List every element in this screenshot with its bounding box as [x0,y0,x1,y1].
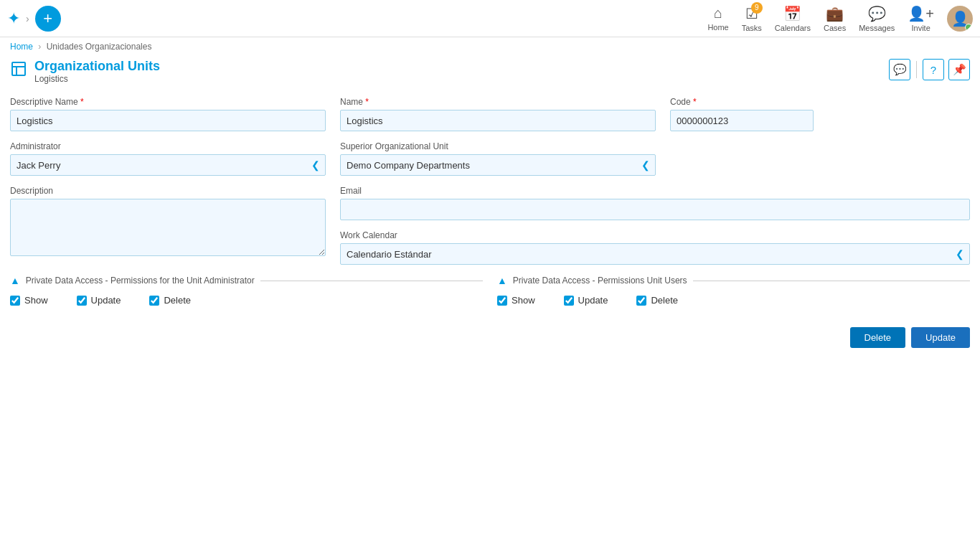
tasks-badge: 9 [751,2,763,14]
section1-checks: Show Update Delete [10,295,483,306]
app-logo-icon: ✦ [7,9,20,28]
header-right: 💬 ? 📌 [889,59,970,80]
cases-label: Cases [824,24,846,32]
page-title-block: Organizational Units Logistics [34,59,160,84]
messages-label: Messages [859,24,895,32]
calendars-label: Calendars [775,24,811,32]
section1-delete-check: Delete [149,295,191,306]
comment-button[interactable]: 💬 [889,59,910,80]
email-label: Email [340,186,970,196]
descriptive-name-group: Descriptive Name * [10,97,326,131]
section2-title: Private Data Access - Permissions Unit U… [513,276,687,286]
nav-home[interactable]: ⌂ Home [707,5,728,32]
description-input[interactable] [10,199,326,256]
cases-icon: 💼 [826,5,844,22]
section1-toggle-icon[interactable]: ▲ [10,275,20,286]
code-input[interactable] [670,110,814,131]
pin-button[interactable]: 📌 [948,59,970,80]
work-calendar-label: Work Calendar [340,230,970,240]
help-button[interactable]: ? [923,59,944,80]
section2-delete-check: Delete [636,295,678,306]
add-button[interactable]: + [35,6,61,32]
update-button[interactable]: Update [911,327,970,348]
section1-show-check: Show [10,295,48,306]
tasks-icon: ☑ 9 [745,5,758,22]
form-row-2: Administrator ❮ Superior Organizational … [10,141,970,176]
section1-show-checkbox[interactable] [10,296,20,306]
description-label: Description [10,186,326,196]
superior-ou-input[interactable] [340,154,656,176]
breadcrumb-page: Unidades Organizacionales [47,42,152,52]
invite-label: Invite [912,24,930,32]
work-calendar-input[interactable] [340,243,970,265]
section1-update-checkbox[interactable] [77,296,87,306]
section1-delete-label: Delete [164,295,191,306]
header-left: Organizational Units Logistics [10,59,160,84]
superior-ou-group: Superior Organizational Unit ❮ [340,141,656,176]
delete-button[interactable]: Delete [850,327,906,348]
page-subtitle: Logistics [34,74,160,84]
administrator-label: Administrator [10,141,326,151]
email-input[interactable] [340,199,970,220]
home-icon: ⌂ [714,5,722,22]
superior-ou-label: Superior Organizational Unit [340,141,656,151]
form-row-1: Descriptive Name * Name * Code * [10,97,970,131]
nav-tasks[interactable]: ☑ 9 Tasks [742,5,762,32]
section1-show-label: Show [24,295,48,306]
section1-update-label: Update [91,295,121,306]
form-area: Descriptive Name * Name * Code * Adminis… [0,90,980,313]
name-group: Name * [340,97,656,131]
nav-expand-icon: › [26,13,29,24]
code-group: Code * [670,97,814,131]
user-avatar[interactable]: 👤 [947,6,973,32]
nav-cases[interactable]: 💼 Cases [824,5,846,32]
svg-rect-0 [12,62,25,75]
section2-delete-label: Delete [651,295,678,306]
email-group: Email [340,186,970,220]
section1-divider: ▲ Private Data Access - Permissions for … [10,275,483,286]
nav-calendars[interactable]: 📅 Calendars [775,5,811,32]
header-divider [916,61,917,78]
section2-update-label: Update [578,295,608,306]
section2-show-label: Show [512,295,535,306]
online-indicator [965,24,972,31]
administrator-input[interactable] [10,154,326,176]
section2-checks: Show Update Delete [497,295,970,306]
section1-line [260,281,483,281]
nav-left: ✦ › + [7,6,61,32]
description-group: Description [10,186,326,256]
section2-delete-checkbox[interactable] [636,296,646,306]
section1-title: Private Data Access - Permissions for th… [26,276,255,286]
name-label: Name * [340,97,656,107]
descriptive-name-label: Descriptive Name * [10,97,326,107]
superior-ou-input-wrapper: ❮ [340,154,656,176]
name-input[interactable] [340,110,656,131]
form-row-3: Description Email Work Calendar ❮ [10,186,970,265]
nav-messages[interactable]: 💬 Messages [859,5,895,32]
section2-show-check: Show [497,295,535,306]
breadcrumb-home[interactable]: Home [10,42,33,52]
work-calendar-input-wrapper: ❮ [340,243,970,265]
nav-right: ⌂ Home ☑ 9 Tasks 📅 Calendars 💼 Cases 💬 M… [707,5,973,32]
invite-icon: 👤+ [908,5,934,22]
tasks-label: Tasks [742,24,762,32]
work-calendar-group: Work Calendar ❮ [340,230,970,265]
permissions-admin-section: ▲ Private Data Access - Permissions for … [10,275,483,306]
descriptive-name-input[interactable] [10,110,326,131]
code-label: Code * [670,97,814,107]
top-navigation: ✦ › + ⌂ Home ☑ 9 Tasks 📅 Calendars 💼 Cas… [0,0,980,37]
section1-delete-checkbox[interactable] [149,296,159,306]
administrator-input-wrapper: ❮ [10,154,326,176]
section2-show-checkbox[interactable] [497,296,507,306]
section1-update-check: Update [77,295,121,306]
page-icon [10,60,27,82]
section2-update-check: Update [564,295,608,306]
home-label: Home [707,23,728,32]
section2-update-checkbox[interactable] [564,296,574,306]
section2-toggle-icon[interactable]: ▲ [497,275,507,286]
permissions-sections: ▲ Private Data Access - Permissions for … [10,275,970,306]
breadcrumb-separator: › [38,42,41,52]
bottom-bar: Delete Update [0,313,980,355]
page-header: Organizational Units Logistics 💬 ? 📌 [0,56,980,90]
nav-invite[interactable]: 👤+ Invite [908,5,934,32]
